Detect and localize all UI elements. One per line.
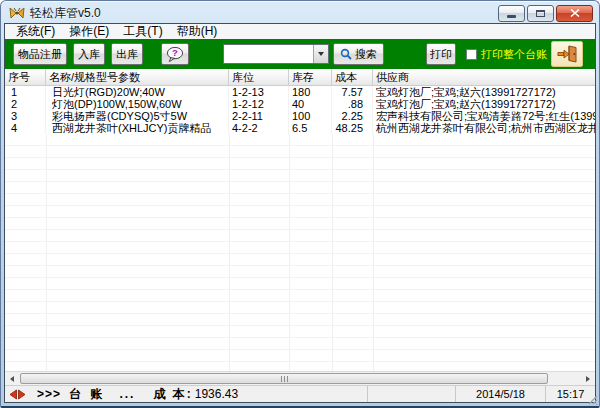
inventory-table: 序号 名称/规格型号参数 库位 库存 成本 供应商 1 日光灯(RGD)20W;… [5,69,595,371]
scrollbar-thumb[interactable] [20,373,548,384]
arrow-left-icon [10,376,14,382]
window-title: 轻松库管v5.0 [30,5,101,22]
cell-location: 2-2-11 [229,110,289,122]
print-all-checkbox[interactable] [466,49,477,60]
cell-stock: 40 [289,98,332,110]
maximize-icon [536,10,545,17]
minimize-icon [507,15,516,18]
table-row[interactable]: 1 日光灯(RGD)20W;40W 1-2-13 180 7.57 宝鸡灯泡厂;… [5,86,595,98]
app-icon [9,6,25,20]
menu-help[interactable]: 帮助(H) [170,23,225,40]
exit-button[interactable] [551,41,583,67]
cell-name: 西湖龙井茶叶(XHLJCY)贡牌精品 [46,122,229,134]
cell-stock: 100 [289,110,332,122]
cell-seq: 4 [5,122,46,134]
title-bar[interactable]: 轻松库管v5.0 [4,1,596,23]
cell-supplier: 宝鸡灯泡厂;宝鸡;赵六(13991727172) [373,86,595,98]
cell-cost: 48.25 [332,122,373,134]
exit-door-icon [556,44,578,64]
grid-line [229,134,230,371]
cell-supplier: 宝鸡灯泡厂;宝鸡;赵六(13991727172) [373,98,595,110]
cell-seq: 3 [5,110,46,122]
window-controls [498,5,593,22]
menu-tools[interactable]: 工具(T) [116,23,169,40]
toolbar: 物品注册 入库 出库 ? 搜索 [5,39,595,69]
status-cost-value: 1936.43 [195,387,238,401]
search-button-label: 搜索 [355,47,377,62]
grid-line [289,134,290,371]
thumb-grip [287,376,288,382]
status-cost-label: 成 本: [153,386,192,402]
header-name-spec[interactable]: 名称/规格型号参数 [46,69,229,85]
table-row[interactable]: 3 彩电扬声器(CDYSQ)5寸5W 2-2-11 100 2.25 宏声科技有… [5,110,595,122]
cell-name: 灯泡(DP)100W,150W,60W [46,98,229,110]
double-arrow-icon [10,389,25,400]
table-empty-area [5,134,595,371]
cell-supplier: 宏声科技有限公司;宝鸡清姜路72号;红生(13991727172) [373,110,595,122]
table-row[interactable]: 2 灯泡(DP)100W,150W,60W 1-2-12 40 .88 宝鸡灯泡… [5,98,595,110]
status-pane-empty [367,386,455,402]
cell-location: 1-2-13 [229,86,289,98]
cell-location: 1-2-12 [229,98,289,110]
table-row[interactable]: 4 西湖龙井茶叶(XHLJCY)贡牌精品 4-2-2 6.5 48.25 杭州西… [5,122,595,134]
menu-bar: 系统(F) 操作(E) 工具(T) 帮助(H) [5,24,595,39]
stock-out-button[interactable]: 出库 [111,43,143,65]
search-combobox[interactable] [223,44,329,64]
chevron-down-icon [318,52,324,56]
thumb-grip [284,376,285,382]
search-icon [340,48,352,60]
item-register-button[interactable]: 物品注册 [13,43,67,65]
client-area: 系统(F) 操作(E) 工具(T) 帮助(H) 物品注册 入库 出库 ? [4,23,596,403]
stock-in-button[interactable]: 入库 [73,43,105,65]
cell-cost: .88 [332,98,373,110]
close-icon [570,9,580,17]
search-combobox-value[interactable] [224,45,313,63]
status-bar: >>> 台 账 ... 成 本: 1936.43 2014/5/18 15:17 [5,385,595,402]
cell-supplier: 杭州西湖龙井茶叶有限公司;杭州市西湖区龙井路108号 [373,122,595,134]
thumb-grip [281,376,282,382]
cell-name: 彩电扬声器(CDYSQ)5寸5W [46,110,229,122]
menu-system[interactable]: 系统(F) [9,23,62,40]
status-ledger-label: 台 账 [69,386,105,402]
horizontal-scrollbar[interactable] [5,371,595,385]
maximize-button[interactable] [527,5,554,22]
status-prefix: >>> [37,387,61,401]
table-header-row: 序号 名称/规格型号参数 库位 库存 成本 供应商 [5,69,595,86]
status-dots: ... [119,387,135,401]
status-pane-main: >>> 台 账 ... 成 本: 1936.43 [5,386,367,402]
combobox-dropdown-button[interactable] [313,45,328,63]
print-button[interactable]: 打印 [426,43,456,65]
header-supplier[interactable]: 供应商 [373,69,595,85]
header-seq[interactable]: 序号 [5,69,46,85]
menu-operate[interactable]: 操作(E) [62,23,116,40]
cell-location: 4-2-2 [229,122,289,134]
grid-line [373,134,374,371]
resize-grip[interactable] [586,393,598,405]
cell-stock: 180 [289,86,332,98]
grid-line [332,134,333,371]
header-location[interactable]: 库位 [229,69,289,85]
scroll-right-button[interactable] [581,372,595,385]
header-cost[interactable]: 成本 [332,69,373,85]
help-button[interactable]: ? [161,43,189,65]
cell-stock: 6.5 [289,122,332,134]
cell-cost: 7.57 [332,86,373,98]
close-button[interactable] [556,5,593,22]
help-balloon-icon: ? [166,46,184,63]
cell-cost: 2.25 [332,110,373,122]
grid-line [46,134,47,371]
app-window: 轻松库管v5.0 系统(F) 操作(E) 工具(T) 帮助(H) 物品注册 入库… [0,0,600,408]
print-all-label: 打印整个台账 [481,47,547,62]
svg-text:?: ? [172,47,178,58]
arrow-right-icon [586,376,590,382]
scroll-left-button[interactable] [5,372,19,385]
cell-seq: 1 [5,86,46,98]
status-date: 2014/5/18 [455,386,545,402]
minimize-button[interactable] [498,5,525,22]
cell-seq: 2 [5,98,46,110]
cell-name: 日光灯(RGD)20W;40W [46,86,229,98]
header-stock[interactable]: 库存 [289,69,332,85]
search-button[interactable]: 搜索 [333,43,384,65]
